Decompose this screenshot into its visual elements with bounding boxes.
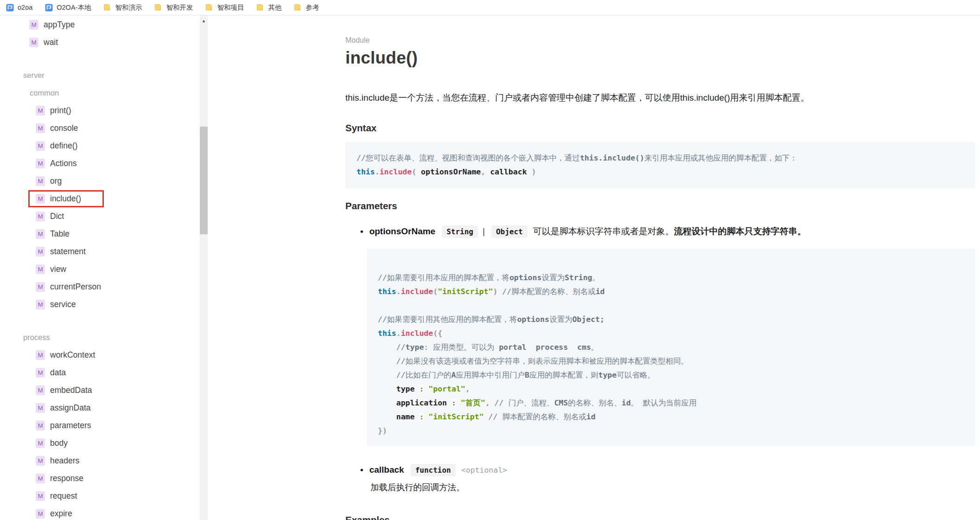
- sidebar-item-data[interactable]: Mdata: [0, 364, 208, 381]
- sidebar-item-appType[interactable]: MappType: [0, 16, 208, 33]
- parameter-list: •optionsOrNameString|Object可以是脚本标识字符串或者是…: [345, 225, 975, 493]
- sidebar-item-currentPerson[interactable]: McurrentPerson: [0, 278, 208, 295]
- sidebar-item-label: body: [50, 438, 68, 448]
- scrollbar-thumb[interactable]: [200, 127, 208, 234]
- sidebar-item-label: headers: [50, 456, 79, 466]
- folder-icon: [256, 4, 264, 12]
- method-badge-icon: M: [36, 491, 45, 501]
- sidebar-item-label: Dict: [50, 212, 64, 221]
- bookmark-item[interactable]: O2OA-本地: [45, 3, 91, 12]
- sidebar-item-label: Table: [50, 229, 70, 239]
- sidebar-item-define[interactable]: Mdefine(): [0, 137, 208, 154]
- sidebar-item-print[interactable]: Mprint(): [0, 102, 208, 119]
- sidebar-item-include[interactable]: Minclude(): [0, 190, 208, 207]
- sidebar-item-embedData[interactable]: MembedData: [0, 381, 208, 399]
- sidebar-item-Dict[interactable]: MDict: [0, 207, 208, 225]
- sidebar-item-label: currentPerson: [50, 282, 101, 292]
- method-badge-icon: M: [36, 350, 45, 360]
- sidebar-item-statement[interactable]: Mstatement: [0, 243, 208, 260]
- code-line: this.include({: [378, 327, 964, 340]
- method-badge-icon: M: [36, 368, 45, 378]
- bookmark-label: 其他: [268, 3, 281, 12]
- type-badge: Object: [491, 225, 528, 238]
- method-badge-icon: M: [36, 141, 45, 151]
- bookmark-item[interactable]: o2oa: [6, 4, 32, 12]
- method-badge-icon: M: [36, 159, 45, 168]
- method-badge-icon: M: [36, 194, 45, 204]
- sidebar-item-wait[interactable]: Mwait: [0, 33, 208, 51]
- sidebar-item-label: print(): [50, 106, 71, 116]
- sidebar-item-label: embedData: [50, 385, 92, 395]
- sidebar-item-workContext[interactable]: MworkContext: [0, 346, 208, 364]
- method-badge-icon: M: [36, 421, 45, 430]
- selected-item-highlight-box: Minclude(): [28, 190, 104, 207]
- doc-content: Module include() this.include是一个方法，当您在流程…: [345, 15, 975, 520]
- sidebar-item-Table[interactable]: MTable: [0, 225, 208, 243]
- parameter-optionsOrName: •optionsOrNameString|Object可以是脚本标识字符串或者是…: [360, 225, 975, 446]
- sidebar-item-label: response: [50, 474, 83, 483]
- parameter-code-block: //如果需要引用本应用的脚本配置，将options设置为String。this.…: [367, 249, 975, 446]
- sidebar-item-headers[interactable]: Mheaders: [0, 452, 208, 469]
- sidebar-item-label: org: [50, 176, 62, 186]
- type-separator: |: [483, 226, 485, 236]
- sidebar-item-service[interactable]: Mservice: [0, 295, 208, 313]
- optional-attribute: <optional>: [461, 466, 507, 475]
- sidebar-item-label: Actions: [50, 159, 76, 168]
- method-badge-icon: M: [36, 106, 45, 116]
- bookmark-label: O2OA-本地: [57, 3, 91, 12]
- method-badge-icon: M: [36, 247, 45, 257]
- examples-heading: Examples: [345, 514, 975, 520]
- sidebar-item-Actions[interactable]: MActions: [0, 154, 208, 172]
- sidebar-item-label: appType: [44, 20, 75, 30]
- code-line: //type: 应用类型。可以为 portal process cms。: [378, 340, 964, 354]
- code-line: this.include("initScript") //脚本配置的名称、别名或…: [378, 285, 964, 299]
- method-badge-icon: M: [36, 456, 45, 466]
- bookmark-label: 智和开发: [166, 3, 193, 12]
- sidebar-item-label: workContext: [50, 350, 95, 360]
- sidebar-item-label: define(): [50, 141, 77, 151]
- sidebar-scrollbar[interactable]: ▲: [200, 15, 208, 520]
- sidebar-item-org[interactable]: Morg: [0, 172, 208, 190]
- method-badge-icon: M: [29, 20, 38, 30]
- bookmark-item[interactable]: 智和开发: [154, 3, 193, 12]
- code-line: //如果需要引用其他应用的脚本配置，将options设置为Object;: [378, 313, 964, 327]
- sidebar-item-view[interactable]: Mview: [0, 260, 208, 278]
- method-badge-icon: M: [36, 385, 45, 395]
- parameter-description: 可以是脚本标识字符串或者是对象。: [533, 226, 674, 236]
- code-line: [378, 257, 964, 271]
- code-line: //如果没有该选项或者值为空字符串，则表示应用脚本和被应用的脚本配置类型相同。: [378, 354, 964, 368]
- sidebar-item-label: expire: [50, 509, 72, 519]
- sidebar-item-request[interactable]: Mrequest: [0, 487, 208, 505]
- sidebar-item-parameters[interactable]: Mparameters: [0, 417, 208, 434]
- sidebar-subgroup-header: common: [0, 84, 208, 102]
- parameter-description: 加载后执行的回调方法。: [370, 481, 975, 493]
- code-line: //如果需要引用本应用的脚本配置，将options设置为String。: [378, 271, 964, 285]
- o2oa-logo-icon: [45, 4, 53, 12]
- bookmark-item[interactable]: 参考: [294, 3, 319, 12]
- sidebar-item-label: request: [50, 491, 77, 501]
- sidebar-item-assignData[interactable]: MassignData: [0, 399, 208, 417]
- parameter-name: optionsOrName: [369, 226, 436, 236]
- bookmark-label: 参考: [305, 3, 319, 12]
- method-badge-icon: M: [36, 438, 45, 448]
- scroll-up-arrow-icon[interactable]: ▲: [200, 19, 208, 23]
- module-description: this.include是一个方法，当您在流程、门户或者内容管理中创建了脚本配置…: [345, 92, 975, 104]
- sidebar-item-expire[interactable]: Mexpire: [0, 505, 208, 520]
- sidebar-item-response[interactable]: Mresponse: [0, 469, 208, 487]
- bookmark-label: 智和演示: [115, 3, 142, 12]
- bookmark-item[interactable]: 其他: [256, 3, 281, 12]
- bookmark-item[interactable]: 智和演示: [103, 3, 142, 12]
- type-badge: function: [411, 464, 456, 476]
- method-badge-icon: M: [36, 474, 45, 483]
- method-badge-icon: M: [36, 403, 45, 413]
- bookmark-label: 智和项目: [217, 3, 244, 12]
- method-badge-icon: M: [36, 123, 45, 133]
- method-badge-icon: M: [29, 38, 38, 47]
- bookmark-item[interactable]: 智和项目: [205, 3, 244, 12]
- sidebar-item-label: console: [50, 123, 78, 133]
- parameter-name: callback: [369, 465, 404, 475]
- parameter-head: •callbackfunction<optional>: [360, 465, 975, 475]
- sidebar-item-label: include(): [50, 194, 81, 204]
- sidebar-item-console[interactable]: Mconsole: [0, 119, 208, 137]
- sidebar-item-body[interactable]: Mbody: [0, 434, 208, 452]
